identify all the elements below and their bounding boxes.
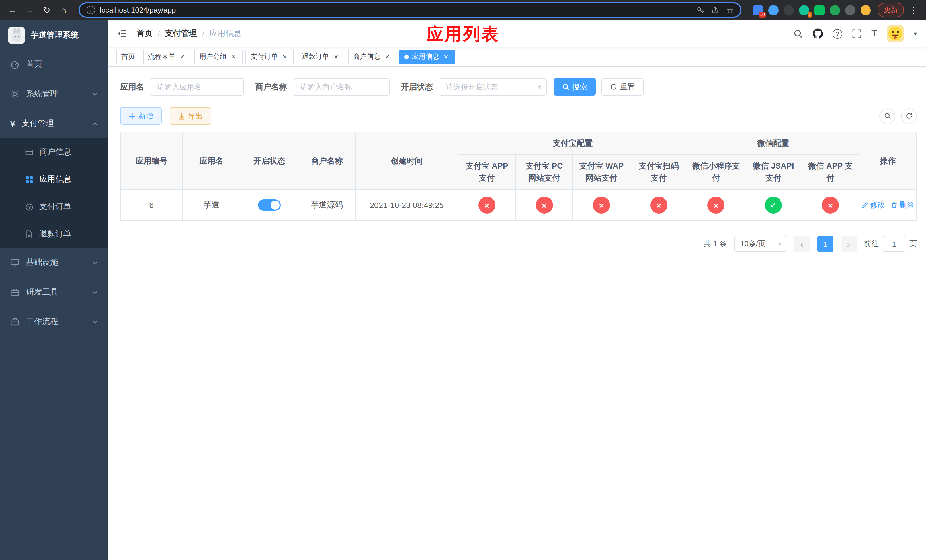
delete-link[interactable]: 删除 bbox=[891, 200, 914, 210]
back-button[interactable]: ← bbox=[6, 3, 20, 17]
sidebar-item-app-info[interactable]: 应用信息 bbox=[0, 166, 108, 193]
gear-icon bbox=[10, 89, 20, 98]
sidebar-item-system[interactable]: 系统管理 bbox=[0, 79, 108, 109]
app-name-input[interactable] bbox=[150, 78, 244, 96]
cell-alipay-pc: × bbox=[516, 189, 573, 221]
col-merchant: 商户名称 bbox=[298, 132, 356, 189]
active-tab-dot bbox=[404, 54, 409, 59]
extension-icon-7[interactable] bbox=[845, 5, 855, 15]
site-info-icon[interactable]: i bbox=[86, 6, 95, 14]
close-tab-icon[interactable]: × bbox=[442, 53, 450, 61]
sidebar-item-refund-orders[interactable]: 退款订单 bbox=[0, 221, 108, 248]
refresh-table-button[interactable] bbox=[901, 108, 917, 124]
export-button[interactable]: 导出 bbox=[170, 107, 211, 125]
col-alipay-qr: 支付宝扫码支付 bbox=[630, 155, 687, 189]
main-area: 首页 / 支付管理 / 应用信息 ? bbox=[108, 20, 926, 560]
goto-page-input[interactable] bbox=[883, 236, 905, 252]
tab-label: 应用信息 bbox=[412, 52, 439, 62]
page-size-select[interactable]: 10条/页 ▾ bbox=[734, 236, 787, 252]
tab-process-form[interactable]: 流程表单 × bbox=[143, 49, 191, 64]
url-bar[interactable]: i localhost:1024/pay/app ☆ bbox=[79, 2, 741, 18]
tab-merchant-info[interactable]: 商户信息 × bbox=[348, 49, 396, 64]
search-button-label: 搜索 bbox=[572, 82, 587, 92]
close-tab-icon[interactable]: × bbox=[383, 53, 391, 61]
sidebar-item-workflow[interactable]: 工作流程 bbox=[0, 307, 108, 337]
merchant-name-input[interactable] bbox=[293, 78, 390, 96]
close-tab-icon[interactable]: × bbox=[281, 53, 289, 61]
wechat-jsapi-status-icon: ✓ bbox=[765, 197, 782, 213]
navbar-actions: ? T ▾ bbox=[793, 25, 917, 42]
prev-page-button[interactable]: ‹ bbox=[794, 236, 810, 252]
alipay-wap-status-icon: × bbox=[593, 197, 610, 213]
extension-icon-6[interactable] bbox=[830, 5, 840, 15]
tab-user-group[interactable]: 用户分组 × bbox=[194, 49, 243, 64]
browser-update-button[interactable]: 更新 bbox=[878, 3, 904, 17]
github-icon[interactable] bbox=[813, 29, 823, 39]
enable-toggle[interactable] bbox=[258, 200, 281, 211]
chevron-down-icon: ▾ bbox=[778, 240, 781, 248]
tab-home[interactable]: 首页 bbox=[116, 49, 140, 64]
app-logo[interactable]: 芋道管理系统 bbox=[0, 20, 108, 50]
user-caret-icon[interactable]: ▾ bbox=[914, 30, 917, 37]
home-button[interactable]: ⌂ bbox=[57, 3, 71, 17]
edit-link[interactable]: 修改 bbox=[862, 200, 885, 210]
password-key-icon[interactable] bbox=[697, 6, 705, 14]
extension-icon-3[interactable] bbox=[784, 5, 794, 15]
sidebar-item-merchant-info[interactable]: 商户信息 bbox=[0, 138, 108, 166]
next-page-button[interactable]: › bbox=[841, 236, 856, 252]
sidebar-item-infrastructure[interactable]: 基础设施 bbox=[0, 248, 108, 277]
breadcrumb-payment[interactable]: 支付管理 bbox=[165, 29, 197, 39]
bookmark-star-icon[interactable]: ☆ bbox=[726, 5, 734, 15]
extension-icon-8[interactable] bbox=[861, 5, 871, 15]
cell-created: 2021-10-23 08:49:25 bbox=[356, 189, 458, 221]
tab-refund-orders[interactable]: 退款订单 × bbox=[297, 49, 345, 64]
sidebar-item-payment-orders[interactable]: 支付订单 bbox=[0, 193, 108, 221]
col-wechat-jsapi: 微信 JSAPI 支付 bbox=[745, 155, 802, 189]
tab-bar: 首页 流程表单 × 用户分组 × 支付订单 × 退款订单 × bbox=[108, 47, 926, 67]
fullscreen-icon[interactable] bbox=[852, 29, 862, 38]
page-number-1[interactable]: 1 bbox=[817, 236, 833, 252]
sidebar-item-dev-tools[interactable]: 研发工具 bbox=[0, 277, 108, 307]
export-button-label: 导出 bbox=[188, 111, 203, 121]
sidebar-item-payment[interactable]: ¥ 支付管理 bbox=[0, 109, 108, 138]
extension-icon-1[interactable]: 10 bbox=[753, 5, 763, 15]
page-content: 应用名 商户名称 开启状态 请选择开启状态 ▾ 搜索 重置 bbox=[108, 67, 926, 560]
logo-image bbox=[8, 27, 25, 44]
extension-icon-5[interactable] bbox=[814, 5, 825, 15]
tab-app-info[interactable]: 应用信息 × bbox=[399, 49, 455, 64]
status-select[interactable]: 请选择开启状态 ▾ bbox=[439, 78, 547, 96]
browser-menu-icon[interactable]: ⋮ bbox=[907, 5, 920, 15]
reload-button[interactable]: ↻ bbox=[40, 3, 53, 17]
extension-icon-2[interactable] bbox=[768, 5, 779, 15]
col-app-id: 应用编号 bbox=[121, 132, 183, 189]
sidebar-item-label: 退款订单 bbox=[39, 229, 71, 239]
search-button[interactable]: 搜索 bbox=[554, 78, 596, 96]
font-size-icon[interactable]: T bbox=[872, 28, 877, 39]
hamburger-icon[interactable] bbox=[117, 29, 127, 39]
search-icon[interactable] bbox=[793, 29, 803, 38]
close-tab-icon[interactable]: × bbox=[230, 53, 238, 61]
sidebar-item-home[interactable]: 首页 bbox=[0, 50, 108, 79]
forward-button[interactable]: → bbox=[23, 3, 36, 17]
toggle-search-button[interactable] bbox=[879, 108, 895, 124]
reset-button[interactable]: 重置 bbox=[601, 78, 643, 96]
close-tab-icon[interactable]: × bbox=[332, 53, 340, 61]
briefcase-icon bbox=[10, 317, 20, 327]
extension-icon-4[interactable]: 1 bbox=[799, 5, 809, 15]
close-tab-icon[interactable]: × bbox=[178, 53, 186, 61]
add-button[interactable]: 新增 bbox=[120, 107, 162, 125]
add-button-label: 新增 bbox=[138, 111, 153, 121]
chevron-up-icon bbox=[92, 121, 98, 127]
sidebar-item-label: 工作流程 bbox=[26, 317, 58, 327]
breadcrumb-home[interactable]: 首页 bbox=[137, 29, 153, 39]
status-select-placeholder: 请选择开启状态 bbox=[446, 82, 498, 92]
alipay-pc-status-icon: × bbox=[536, 197, 553, 213]
sidebar-item-label: 首页 bbox=[26, 59, 42, 70]
table-toolbar: 新增 导出 bbox=[120, 107, 917, 125]
help-icon[interactable]: ? bbox=[832, 29, 842, 38]
tab-payment-orders[interactable]: 支付订单 × bbox=[245, 49, 294, 64]
breadcrumb-separator: / bbox=[158, 29, 160, 38]
share-icon[interactable] bbox=[711, 6, 720, 14]
avatar[interactable] bbox=[887, 25, 904, 42]
pagination: 共 1 条 10条/页 ▾ ‹ 1 › 前往 页 bbox=[120, 236, 917, 252]
